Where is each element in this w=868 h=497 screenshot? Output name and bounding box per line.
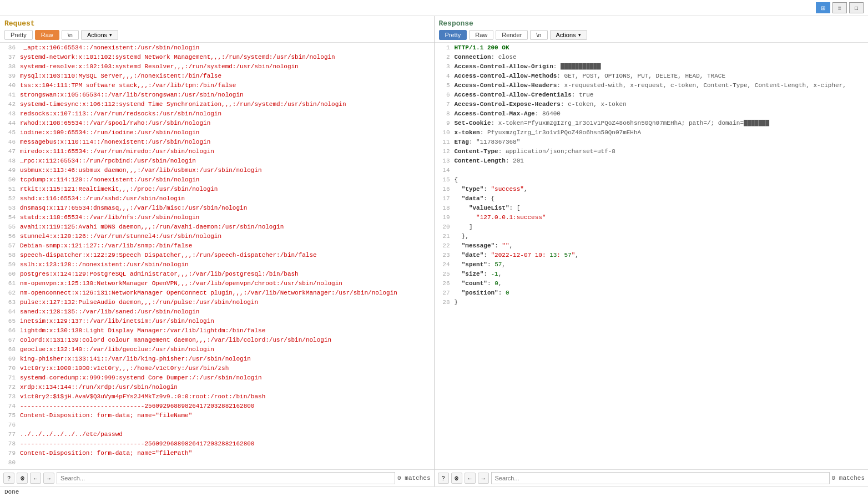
line-text: colord:x:131:139:colord colour managemen… bbox=[20, 335, 331, 344]
bottom-bar: Done bbox=[0, 486, 868, 497]
table-row: 77../../../../../../etc/passwd bbox=[0, 429, 434, 439]
response-search-input[interactable] bbox=[491, 472, 830, 484]
line-number: 12 bbox=[435, 146, 455, 156]
line-number: 50 bbox=[0, 175, 20, 184]
line-number: 23 bbox=[435, 250, 455, 260]
line-text: tcpdump:x:114:120::/nonexistent:/usr/sbi… bbox=[20, 175, 199, 184]
table-row: 49usbmux:x:113:46:usbmux daemon,,,:/var/… bbox=[0, 165, 434, 175]
line-number: 3 bbox=[435, 62, 455, 71]
table-row: 27 "position": 0 bbox=[435, 288, 869, 297]
table-row: 44rwhod:x:108:65534::/var/spool/rwho:/us… bbox=[0, 118, 434, 128]
table-row: 38systemd-resolve:x:102:103:systemd Reso… bbox=[0, 62, 434, 71]
line-number: 27 bbox=[435, 288, 455, 297]
table-row: 17 "data": { bbox=[435, 194, 869, 203]
view-split-btn[interactable]: ⊞ bbox=[816, 2, 830, 13]
line-number: 18 bbox=[435, 203, 455, 212]
response-settings-btn[interactable]: ⚙ bbox=[451, 473, 462, 484]
line-text: sshd:x:116:65534::/run/sshd:/usr/sbin/no… bbox=[20, 194, 185, 203]
table-row: 46messagebus:x:110:114::/nonexistent:/us… bbox=[0, 137, 434, 146]
tab-response-pretty[interactable]: Pretty bbox=[439, 30, 467, 40]
response-match-count: 0 matches bbox=[832, 475, 865, 481]
table-row: 41strongswan:x:105:65534::/var/lib/stron… bbox=[0, 90, 434, 99]
table-row: 16 "type": "success", bbox=[435, 184, 869, 194]
line-text: "data": { bbox=[455, 194, 495, 203]
response-search-bar: ? ⚙ ← → 0 matches bbox=[435, 469, 869, 486]
response-title: Response bbox=[439, 19, 864, 28]
line-number: 14 bbox=[435, 165, 455, 175]
table-row: 21 }, bbox=[435, 231, 869, 241]
response-tab-bar: Pretty Raw Render \n Actions ▾ bbox=[439, 30, 864, 40]
line-text: "size": -1, bbox=[455, 269, 502, 278]
line-text: Access-Control-Allow-Credentials: true bbox=[455, 90, 594, 99]
status-text: Done bbox=[4, 489, 19, 495]
line-text: rwhod:x:108:65534::/var/spool/rwho:/usr/… bbox=[20, 118, 210, 128]
tab-response-n[interactable]: \n bbox=[530, 30, 547, 40]
request-help-btn[interactable]: ? bbox=[3, 473, 14, 484]
response-actions-chevron-icon: ▾ bbox=[578, 32, 581, 38]
line-number: 73 bbox=[0, 392, 20, 401]
table-row: 1HTTP/1.1 200 OK bbox=[435, 43, 869, 52]
request-search-input[interactable] bbox=[57, 472, 395, 484]
table-row: 67colord:x:131:139:colord colour managem… bbox=[0, 335, 434, 344]
table-row: 5Access-Control-Allow-Headers: x-request… bbox=[435, 80, 869, 90]
line-number: 43 bbox=[0, 109, 20, 118]
line-text: "type": "success", bbox=[455, 184, 528, 194]
line-text: speech-dispatcher:x:122:29:Speech Dispat… bbox=[20, 250, 317, 260]
line-number: 8 bbox=[435, 109, 455, 118]
view-single-btn[interactable]: □ bbox=[849, 2, 864, 13]
table-row: 13Content-Length: 201 bbox=[435, 156, 869, 165]
table-row: 72xrdp:x:134:144::/run/xrdp:/usr/sbin/no… bbox=[0, 382, 434, 392]
tab-response-render[interactable]: Render bbox=[496, 30, 528, 40]
line-number: 56 bbox=[0, 231, 20, 241]
tab-request-n[interactable]: \n bbox=[62, 30, 79, 40]
table-row: 26 "count": 0, bbox=[435, 278, 869, 288]
tab-request-actions[interactable]: Actions ▾ bbox=[81, 30, 118, 40]
line-text: v1ct0ry:x:1000:1000:v1ct0ry,,,:/home/v1c… bbox=[20, 363, 229, 373]
line-text: x-token: PfyuxmzgIzrg_1r3o1v1PQoZ48o6hsn… bbox=[455, 128, 642, 137]
line-number: 72 bbox=[0, 382, 20, 392]
line-number: 71 bbox=[0, 373, 20, 382]
line-text: ../../../../../../etc/passwd bbox=[20, 429, 123, 439]
line-number: 38 bbox=[0, 62, 20, 71]
tab-response-actions[interactable]: Actions ▾ bbox=[550, 30, 587, 40]
request-title: Request bbox=[4, 19, 430, 28]
line-number: 53 bbox=[0, 203, 20, 212]
response-next-btn[interactable]: → bbox=[478, 473, 489, 484]
table-row: 48_rpc:x:112:65534::/run/rpcbind:/usr/sb… bbox=[0, 156, 434, 165]
table-row: 20 ] bbox=[435, 222, 869, 231]
line-number: 28 bbox=[435, 297, 455, 307]
line-text: nm-openvpn:x:125:130:NetworkManager Open… bbox=[20, 278, 342, 288]
request-settings-btn[interactable]: ⚙ bbox=[17, 473, 28, 484]
line-number: 80 bbox=[0, 458, 20, 467]
line-text: _rpc:x:112:65534::/run/rpcbind:/usr/sbin… bbox=[20, 156, 196, 165]
response-prev-btn[interactable]: ← bbox=[465, 473, 476, 484]
response-help-btn[interactable]: ? bbox=[438, 473, 449, 484]
line-number: 70 bbox=[0, 363, 20, 373]
view-horizontal-btn[interactable]: ≡ bbox=[832, 2, 847, 13]
line-number: 5 bbox=[435, 80, 455, 90]
line-number: 45 bbox=[0, 128, 20, 137]
line-text: sslh:x:123:128::/nonexistent:/usr/sbin/n… bbox=[20, 260, 189, 269]
tab-request-raw[interactable]: Raw bbox=[35, 30, 59, 40]
tab-response-raw[interactable]: Raw bbox=[469, 30, 493, 40]
table-row: 4Access-Control-Allow-Methods: GET, POST… bbox=[435, 71, 869, 80]
line-text: "valueList": [ bbox=[455, 203, 521, 212]
table-row: 73v1ct0ry2:$1$jH.AvaV$Q3uVym4pFYs2J4MkTz… bbox=[0, 392, 434, 401]
table-row: 47miredo:x:111:65534::/var/run/miredo:/u… bbox=[0, 146, 434, 156]
response-content[interactable]: 1HTTP/1.1 200 OK2Connection: close3Acces… bbox=[435, 43, 869, 469]
line-number: 44 bbox=[0, 118, 20, 128]
line-text: iodine:x:109:65534::/run/iodine:/usr/sbi… bbox=[20, 128, 199, 137]
line-text: strongswan:x:105:65534::/var/lib/strongs… bbox=[20, 90, 244, 99]
table-row: 64saned:x:128:135::/var/lib/saned:/usr/s… bbox=[0, 307, 434, 316]
table-row: 10x-token: PfyuxmzgIzrg_1r3o1v1PQoZ48o6h… bbox=[435, 128, 869, 137]
table-row: 15{ bbox=[435, 175, 869, 184]
request-match-count: 0 matches bbox=[397, 475, 430, 481]
tab-request-pretty[interactable]: Pretty bbox=[4, 30, 33, 40]
request-prev-btn[interactable]: ← bbox=[30, 473, 41, 484]
line-text: systemd-resolve:x:102:103:systemd Resolv… bbox=[20, 62, 299, 71]
line-number: 21 bbox=[435, 231, 455, 241]
request-content[interactable]: 36 _apt:x:106:65534::/nonexistent:/usr/s… bbox=[0, 43, 434, 469]
line-text: geoclue:x:132:140::/var/lib/geoclue:/usr… bbox=[20, 344, 214, 354]
request-next-btn[interactable]: → bbox=[43, 473, 54, 484]
line-text: "message": "", bbox=[455, 241, 513, 250]
